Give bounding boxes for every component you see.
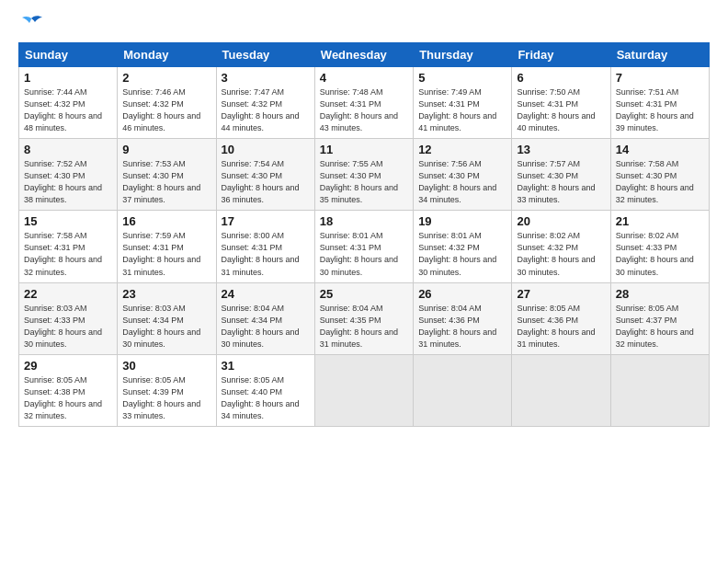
- calendar-day-cell: 17 Sunrise: 8:00 AMSunset: 4:31 PMDaylig…: [216, 211, 314, 282]
- calendar-week-row: 8 Sunrise: 7:52 AMSunset: 4:30 PMDayligh…: [19, 139, 710, 211]
- day-number: 1: [24, 71, 112, 85]
- day-info: Sunrise: 8:03 AMSunset: 4:33 PMDaylight:…: [24, 303, 112, 350]
- day-number: 2: [122, 71, 210, 85]
- day-info: Sunrise: 8:02 AMSunset: 4:32 PMDaylight:…: [517, 230, 605, 278]
- day-info: Sunrise: 8:05 AMSunset: 4:38 PMDaylight:…: [24, 374, 112, 422]
- day-info: Sunrise: 7:50 AMSunset: 4:31 PMDaylight:…: [517, 86, 605, 134]
- day-number: 10: [222, 143, 310, 156]
- day-info: Sunrise: 7:53 AMSunset: 4:30 PMDaylight:…: [122, 158, 210, 206]
- day-number: 22: [24, 287, 112, 301]
- calendar-day-cell: 13 Sunrise: 7:57 AMSunset: 4:30 PMDaylig…: [512, 139, 610, 211]
- day-number: 17: [222, 214, 310, 228]
- calendar-day-cell: 31 Sunrise: 8:05 AMSunset: 4:40 PMDaylig…: [216, 354, 314, 426]
- day-info: Sunrise: 7:51 AMSunset: 4:31 PMDaylight:…: [616, 86, 704, 134]
- day-info: Sunrise: 8:04 AMSunset: 4:34 PMDaylight:…: [222, 303, 310, 350]
- calendar-day-cell: 1 Sunrise: 7:44 AMSunset: 4:32 PMDayligh…: [19, 67, 118, 139]
- day-info: Sunrise: 7:56 AMSunset: 4:30 PMDaylight:…: [418, 158, 506, 206]
- calendar-day-cell: 11 Sunrise: 7:55 AMSunset: 4:30 PMDaylig…: [314, 139, 413, 211]
- day-number: 8: [24, 143, 112, 156]
- day-number: 4: [320, 71, 408, 85]
- day-info: Sunrise: 8:05 AMSunset: 4:37 PMDaylight:…: [616, 303, 704, 350]
- day-number: 28: [616, 287, 704, 301]
- day-number: 3: [222, 71, 310, 85]
- day-number: 18: [320, 214, 408, 228]
- day-info: Sunrise: 7:49 AMSunset: 4:31 PMDaylight:…: [418, 86, 506, 134]
- calendar-header-row: SundayMondayTuesdayWednesdayThursdayFrid…: [19, 43, 710, 67]
- page: SundayMondayTuesdayWednesdayThursdayFrid…: [0, 0, 728, 436]
- calendar-day-cell: 23 Sunrise: 8:03 AMSunset: 4:34 PMDaylig…: [118, 282, 216, 354]
- calendar-day-cell: 26 Sunrise: 8:04 AMSunset: 4:36 PMDaylig…: [414, 282, 512, 354]
- day-info: Sunrise: 8:05 AMSunset: 4:39 PMDaylight:…: [122, 374, 210, 422]
- day-info: Sunrise: 8:03 AMSunset: 4:34 PMDaylight:…: [122, 303, 210, 350]
- day-info: Sunrise: 8:05 AMSunset: 4:36 PMDaylight:…: [517, 303, 605, 350]
- day-info: Sunrise: 8:04 AMSunset: 4:36 PMDaylight:…: [418, 303, 506, 350]
- day-number: 6: [517, 71, 605, 85]
- logo-bird-icon: [18, 15, 44, 33]
- calendar-day-cell: [414, 354, 512, 426]
- calendar-day-cell: 15 Sunrise: 7:58 AMSunset: 4:31 PMDaylig…: [19, 211, 118, 282]
- day-number: 20: [517, 214, 605, 228]
- day-number: 14: [616, 143, 704, 156]
- weekday-header: Sunday: [19, 43, 118, 67]
- day-number: 7: [616, 71, 704, 85]
- calendar-day-cell: 22 Sunrise: 8:03 AMSunset: 4:33 PMDaylig…: [19, 282, 118, 354]
- calendar-day-cell: 18 Sunrise: 8:01 AMSunset: 4:31 PMDaylig…: [314, 211, 413, 282]
- day-info: Sunrise: 7:57 AMSunset: 4:30 PMDaylight:…: [517, 158, 605, 206]
- calendar-day-cell: 9 Sunrise: 7:53 AMSunset: 4:30 PMDayligh…: [118, 139, 216, 211]
- day-number: 21: [616, 214, 704, 228]
- weekday-header: Friday: [512, 43, 610, 67]
- calendar-day-cell: 20 Sunrise: 8:02 AMSunset: 4:32 PMDaylig…: [512, 211, 610, 282]
- day-number: 19: [418, 214, 506, 228]
- day-info: Sunrise: 7:55 AMSunset: 4:30 PMDaylight:…: [320, 158, 408, 206]
- calendar-day-cell: 24 Sunrise: 8:04 AMSunset: 4:34 PMDaylig…: [216, 282, 314, 354]
- day-info: Sunrise: 7:58 AMSunset: 4:31 PMDaylight:…: [24, 230, 112, 278]
- weekday-header: Wednesday: [314, 43, 413, 67]
- weekday-header: Saturday: [610, 43, 709, 67]
- calendar-day-cell: 30 Sunrise: 8:05 AMSunset: 4:39 PMDaylig…: [118, 354, 216, 426]
- calendar-day-cell: 12 Sunrise: 7:56 AMSunset: 4:30 PMDaylig…: [414, 139, 512, 211]
- calendar-week-row: 1 Sunrise: 7:44 AMSunset: 4:32 PMDayligh…: [19, 67, 710, 139]
- calendar-day-cell: 3 Sunrise: 7:47 AMSunset: 4:32 PMDayligh…: [216, 67, 314, 139]
- day-number: 16: [122, 214, 210, 228]
- day-number: 25: [320, 287, 408, 301]
- day-info: Sunrise: 7:46 AMSunset: 4:32 PMDaylight:…: [122, 86, 210, 134]
- day-info: Sunrise: 7:44 AMSunset: 4:32 PMDaylight:…: [24, 86, 112, 134]
- day-number: 26: [418, 287, 506, 301]
- day-info: Sunrise: 7:52 AMSunset: 4:30 PMDaylight:…: [24, 158, 112, 206]
- weekday-header: Tuesday: [216, 43, 314, 67]
- calendar-day-cell: 5 Sunrise: 7:49 AMSunset: 4:31 PMDayligh…: [414, 67, 512, 139]
- calendar-day-cell: 25 Sunrise: 8:04 AMSunset: 4:35 PMDaylig…: [314, 282, 413, 354]
- day-number: 5: [418, 71, 506, 85]
- day-info: Sunrise: 7:48 AMSunset: 4:31 PMDaylight:…: [320, 86, 408, 134]
- calendar-day-cell: 10 Sunrise: 7:54 AMSunset: 4:30 PMDaylig…: [216, 139, 314, 211]
- calendar-day-cell: 2 Sunrise: 7:46 AMSunset: 4:32 PMDayligh…: [118, 67, 216, 139]
- day-info: Sunrise: 8:01 AMSunset: 4:31 PMDaylight:…: [320, 230, 408, 278]
- calendar-day-cell: 16 Sunrise: 7:59 AMSunset: 4:31 PMDaylig…: [118, 211, 216, 282]
- day-info: Sunrise: 8:01 AMSunset: 4:32 PMDaylight:…: [418, 230, 506, 278]
- day-number: 30: [122, 359, 210, 373]
- calendar-day-cell: 19 Sunrise: 8:01 AMSunset: 4:32 PMDaylig…: [414, 211, 512, 282]
- calendar-day-cell: 6 Sunrise: 7:50 AMSunset: 4:31 PMDayligh…: [512, 67, 610, 139]
- calendar-table: SundayMondayTuesdayWednesdayThursdayFrid…: [18, 42, 710, 427]
- day-number: 13: [517, 143, 605, 156]
- day-number: 29: [24, 359, 112, 373]
- calendar-day-cell: 14 Sunrise: 7:58 AMSunset: 4:30 PMDaylig…: [610, 139, 709, 211]
- calendar-day-cell: [314, 354, 413, 426]
- calendar-day-cell: [512, 354, 610, 426]
- day-number: 12: [418, 143, 506, 156]
- calendar-day-cell: [610, 354, 709, 426]
- day-number: 23: [122, 287, 210, 301]
- day-number: 24: [222, 287, 310, 301]
- day-info: Sunrise: 8:05 AMSunset: 4:40 PMDaylight:…: [222, 374, 310, 422]
- calendar-day-cell: 27 Sunrise: 8:05 AMSunset: 4:36 PMDaylig…: [512, 282, 610, 354]
- day-info: Sunrise: 7:54 AMSunset: 4:30 PMDaylight:…: [222, 158, 310, 206]
- calendar-week-row: 29 Sunrise: 8:05 AMSunset: 4:38 PMDaylig…: [19, 354, 710, 426]
- calendar-day-cell: 7 Sunrise: 7:51 AMSunset: 4:31 PMDayligh…: [610, 67, 709, 139]
- day-info: Sunrise: 7:59 AMSunset: 4:31 PMDaylight:…: [122, 230, 210, 278]
- day-number: 31: [222, 359, 310, 373]
- day-info: Sunrise: 7:47 AMSunset: 4:32 PMDaylight:…: [222, 86, 310, 134]
- day-number: 15: [24, 214, 112, 228]
- logo: [18, 15, 48, 33]
- header: [18, 15, 710, 33]
- day-info: Sunrise: 8:02 AMSunset: 4:33 PMDaylight:…: [616, 230, 704, 278]
